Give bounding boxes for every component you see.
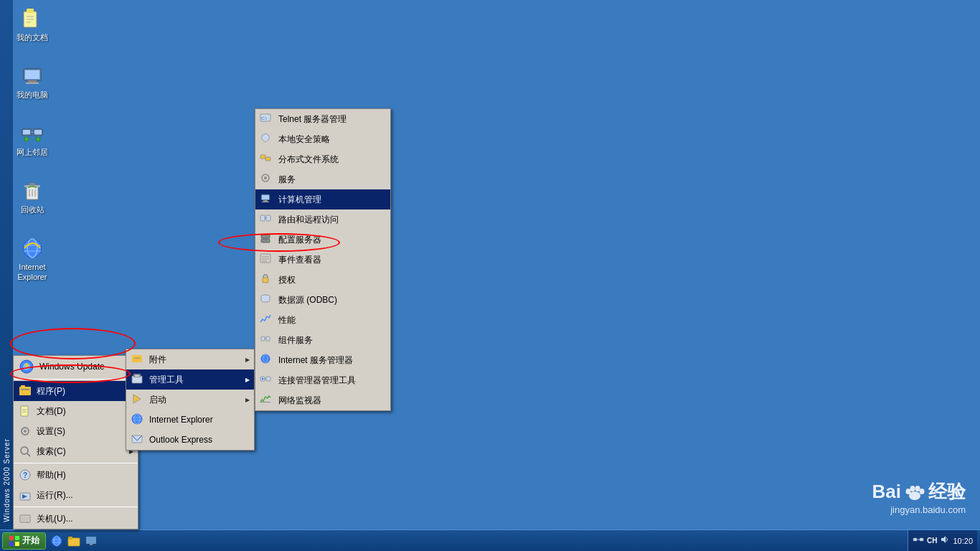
svg-point-53 bbox=[132, 414, 142, 424]
local-security-icon bbox=[260, 132, 274, 146]
baidu-watermark: Bai 经验 jingyan.baidu.com bbox=[872, 479, 966, 515]
admin-component-svc[interactable]: 组件服务 bbox=[255, 330, 390, 350]
svg-point-74 bbox=[268, 240, 269, 242]
my-docs-icon bbox=[21, 7, 44, 30]
submenu-admin-tools[interactable]: 管理工具 ▶ bbox=[126, 369, 254, 390]
run-icon bbox=[18, 488, 32, 502]
programs-submenu: 附件 ▶ 管理工具 ▶ bbox=[126, 349, 255, 451]
svg-rect-99 bbox=[15, 542, 19, 546]
desktop-icon-my-docs[interactable]: 我的文档 bbox=[7, 7, 57, 42]
startup-icon bbox=[131, 392, 145, 407]
submenu-ie-icon bbox=[131, 413, 145, 427]
svg-marker-52 bbox=[133, 395, 141, 403]
desktop-icon-ie[interactable]: Internet Explorer bbox=[7, 237, 57, 283]
help-icon: ? bbox=[18, 468, 32, 482]
svg-rect-7 bbox=[28, 80, 37, 83]
start-menu: Windows Update 程序(P) ▶ bbox=[13, 355, 138, 529]
admin-telnet[interactable]: C:\ Telnet 服务器管理 bbox=[255, 109, 390, 129]
svg-line-40 bbox=[27, 453, 30, 456]
submenu-outlook[interactable]: Outlook Express bbox=[126, 430, 254, 450]
start-menu-programs[interactable]: 程序(P) ▶ bbox=[14, 381, 138, 401]
auth-icon bbox=[260, 273, 274, 287]
admin-distributed-fs[interactable]: 分布式文件系统 bbox=[255, 149, 390, 169]
admin-odbc[interactable]: 数据源 (ODBC) bbox=[255, 290, 390, 310]
svg-rect-46 bbox=[22, 517, 29, 521]
svg-text:?: ? bbox=[23, 471, 27, 479]
svg-rect-47 bbox=[132, 355, 142, 362]
svg-rect-60 bbox=[260, 155, 265, 159]
submenu-startup[interactable]: 启动 ▶ bbox=[126, 390, 254, 410]
admin-event-viewer[interactable]: 事件查看器 bbox=[255, 250, 390, 270]
documents-icon bbox=[18, 404, 32, 418]
svg-rect-110 bbox=[920, 538, 923, 541]
tray-speaker-icon[interactable] bbox=[940, 534, 950, 547]
tray-network-icon[interactable] bbox=[913, 534, 924, 547]
taskbar-quick-launch bbox=[49, 533, 99, 549]
start-menu-search[interactable]: 搜索(C) ▶ bbox=[14, 441, 138, 461]
svg-point-91 bbox=[909, 491, 920, 500]
desktop-icon-network[interactable]: 网上邻居 bbox=[7, 122, 57, 157]
svg-rect-20 bbox=[29, 183, 35, 186]
svg-point-14 bbox=[24, 137, 29, 141]
svg-rect-51 bbox=[135, 375, 139, 377]
accessories-icon bbox=[131, 352, 145, 367]
windows-update-item[interactable]: Windows Update bbox=[14, 356, 138, 377]
admin-services[interactable]: 服务 bbox=[255, 169, 390, 189]
admin-local-security[interactable]: 本地安全策略 bbox=[255, 129, 390, 149]
search-icon bbox=[18, 444, 32, 458]
admin-iis[interactable]: Internet 服务管理器 bbox=[255, 350, 390, 370]
svg-point-24 bbox=[23, 239, 42, 258]
submenu-accessories[interactable]: 附件 ▶ bbox=[126, 349, 254, 369]
admin-performance[interactable]: 性能 bbox=[255, 310, 390, 330]
svg-marker-112 bbox=[941, 536, 946, 543]
tray-lang-icon[interactable]: CH bbox=[927, 537, 937, 545]
taskbar-desktop-icon[interactable] bbox=[83, 533, 99, 549]
svg-point-100 bbox=[52, 536, 62, 546]
svg-point-93 bbox=[910, 486, 915, 491]
svg-rect-106 bbox=[68, 537, 72, 540]
start-button[interactable]: 开始 bbox=[2, 532, 46, 550]
svg-rect-68 bbox=[260, 215, 265, 221]
baidu-paw-icon bbox=[904, 483, 925, 501]
taskbar-system-tray: CH 10:20 bbox=[908, 530, 980, 551]
svg-rect-96 bbox=[9, 536, 14, 540]
svg-rect-81 bbox=[261, 336, 265, 341]
taskbar-ie-icon[interactable] bbox=[49, 533, 65, 549]
start-menu-documents[interactable]: 文档(D) ▶ bbox=[14, 401, 138, 421]
admin-net-monitor[interactable]: 网络监视器 bbox=[255, 390, 390, 410]
svg-rect-12 bbox=[34, 130, 42, 134]
component-svc-icon bbox=[260, 333, 274, 347]
svg-rect-107 bbox=[86, 537, 96, 544]
programs-icon bbox=[18, 384, 32, 398]
taskbar-folder-icon[interactable] bbox=[66, 533, 82, 549]
svg-rect-87 bbox=[266, 377, 270, 381]
start-menu-settings[interactable]: 设置(S) ▶ bbox=[14, 421, 138, 441]
admin-config-server[interactable]: 配置服务器 bbox=[255, 230, 390, 250]
submenu-ie[interactable]: Internet Explorer bbox=[126, 410, 254, 430]
admin-tools-icon bbox=[131, 372, 145, 387]
svg-rect-98 bbox=[9, 542, 14, 546]
settings-icon bbox=[18, 424, 32, 438]
admin-computer-mgmt[interactable]: 计算机管理 bbox=[255, 189, 390, 209]
start-menu-run[interactable]: 运行(R)... bbox=[14, 485, 138, 505]
svg-point-63 bbox=[264, 176, 267, 179]
admin-tools-submenu: C:\ Telnet 服务器管理 本地安全策略 分布式文件系统 bbox=[255, 108, 391, 411]
svg-rect-10 bbox=[23, 130, 30, 134]
desktop-icon-my-computer[interactable]: 我的电脑 bbox=[7, 65, 57, 100]
admin-auth[interactable]: 授权 bbox=[255, 270, 390, 290]
event-viewer-icon bbox=[260, 253, 274, 267]
svg-point-73 bbox=[268, 236, 269, 237]
start-menu-shutdown[interactable]: 关机(U)... bbox=[14, 509, 138, 529]
svg-point-95 bbox=[920, 489, 925, 494]
svg-rect-90 bbox=[260, 402, 270, 402]
recycle-icon bbox=[21, 179, 44, 202]
admin-conn-manager[interactable]: 连接管理器管理工具 bbox=[255, 370, 390, 390]
start-logo bbox=[9, 535, 20, 547]
menu-divider-2 bbox=[14, 463, 138, 463]
windows-update-icon bbox=[19, 359, 34, 374]
desktop-icon-recycle[interactable]: 回收站 bbox=[7, 179, 57, 215]
start-menu-help[interactable]: ? 帮助(H) bbox=[14, 465, 138, 485]
svg-point-84 bbox=[261, 354, 270, 363]
menu-divider-1 bbox=[14, 379, 138, 380]
admin-routing[interactable]: 路由和远程访问 bbox=[255, 209, 390, 230]
